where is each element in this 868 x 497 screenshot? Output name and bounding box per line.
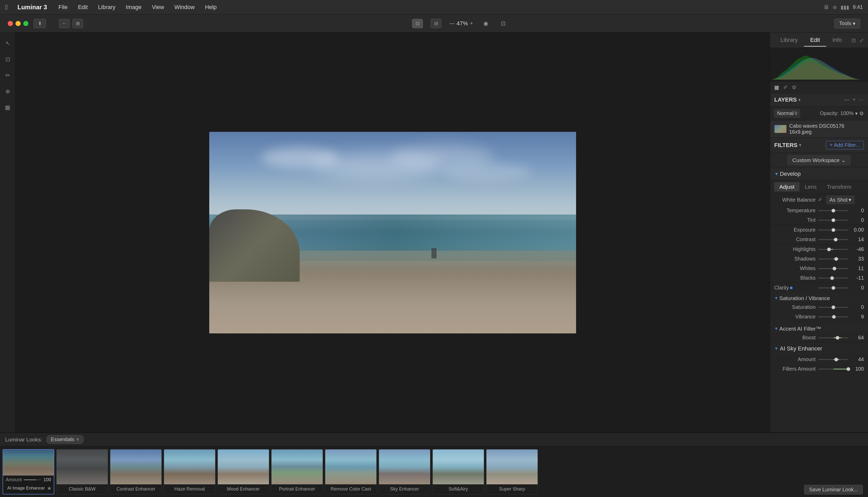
workspace-button[interactable]: Custom Workspace ⌄ bbox=[787, 155, 851, 165]
highlights-slider[interactable] bbox=[818, 247, 848, 252]
vibrance-slider[interactable] bbox=[818, 314, 848, 320]
star-icon[interactable]: ★ bbox=[47, 485, 52, 491]
tools-button[interactable]: Tools ▾ bbox=[834, 19, 860, 28]
crop-tool[interactable]: ⊡ bbox=[2, 54, 13, 65]
menu-library[interactable]: Library bbox=[97, 3, 117, 12]
filters-amount-row: Filters Amount 100 bbox=[770, 364, 868, 374]
whites-thumb[interactable] bbox=[833, 267, 836, 270]
film-item-color-cast[interactable]: Remove Color Cast bbox=[325, 449, 377, 494]
menu-image[interactable]: Image bbox=[124, 3, 143, 12]
tab-info[interactable]: Info bbox=[826, 34, 848, 46]
filters-amount-thumb[interactable] bbox=[847, 367, 850, 371]
compare-button[interactable]: ⊡ bbox=[498, 19, 508, 28]
contrast-slider[interactable] bbox=[818, 237, 848, 242]
grid-view-button[interactable]: ⊞ bbox=[72, 19, 83, 28]
blend-mode-selector[interactable]: Normal ◊ bbox=[774, 109, 800, 118]
wb-picker-icon[interactable]: ✐ bbox=[818, 197, 822, 203]
develop-header[interactable]: ▼ Develop bbox=[770, 168, 868, 180]
opacity-arrow[interactable]: ▾ bbox=[855, 110, 858, 116]
layers-settings[interactable]: ⚙ bbox=[859, 110, 864, 116]
blacks-slider[interactable] bbox=[818, 275, 848, 281]
layer-item[interactable]: Cabo waves DSC05176 16x9.jpeg bbox=[770, 120, 868, 138]
back-button[interactable]: ← bbox=[59, 19, 70, 28]
amount-track[interactable] bbox=[24, 480, 41, 480]
export-button[interactable]: ⬆ bbox=[33, 19, 46, 28]
close-button[interactable] bbox=[8, 21, 13, 26]
add-filter-button[interactable]: + Add Filter... bbox=[826, 141, 864, 150]
tab-edit[interactable]: Edit bbox=[804, 34, 826, 46]
filters-amount-slider[interactable] bbox=[818, 367, 848, 372]
vibrance-thumb[interactable] bbox=[832, 315, 836, 319]
layers-minus[interactable]: — bbox=[844, 97, 849, 103]
view-mode-button[interactable]: ⊟ bbox=[431, 19, 442, 28]
film-item-haze[interactable]: Haze Removal bbox=[164, 449, 215, 494]
essentials-close[interactable]: ✕ bbox=[76, 437, 79, 442]
layers-more[interactable]: ⋯ bbox=[859, 97, 864, 103]
boost-slider[interactable] bbox=[818, 335, 848, 340]
wb-selector[interactable]: As Shot ▾ bbox=[826, 196, 855, 204]
eye-button[interactable]: ◉ bbox=[481, 19, 491, 28]
minimize-button[interactable] bbox=[15, 21, 21, 26]
clarity-slider[interactable] bbox=[818, 285, 848, 290]
menu-edit[interactable]: Edit bbox=[76, 3, 89, 12]
ai-sky-amount-slider[interactable] bbox=[818, 357, 848, 362]
highlights-thumb[interactable] bbox=[827, 247, 831, 251]
save-look-button[interactable]: Save Luminar Look... bbox=[804, 485, 863, 494]
film-item-sky[interactable]: Sky Enhancer bbox=[379, 449, 430, 494]
vibrance-value: 9 bbox=[851, 314, 864, 320]
exposure-thumb[interactable] bbox=[831, 228, 835, 232]
tint-label: Tint bbox=[774, 217, 815, 223]
tab-lens[interactable]: Lens bbox=[799, 182, 822, 191]
zoom-out-button[interactable]: — bbox=[449, 20, 454, 26]
zoom-in-button[interactable]: + bbox=[470, 20, 473, 26]
tint-thumb[interactable] bbox=[831, 218, 835, 222]
tab-transform[interactable]: Transform bbox=[822, 182, 857, 191]
histogram-icon[interactable]: ▦ bbox=[774, 84, 779, 90]
saturation-thumb[interactable] bbox=[831, 306, 835, 309]
settings-icon[interactable]: ⚙ bbox=[792, 84, 796, 90]
film-item-portrait[interactable]: Portrait Enhancer bbox=[271, 449, 323, 494]
exposure-slider[interactable] bbox=[818, 227, 848, 232]
ai-sky-header[interactable]: ▼ AI Sky Enhancer bbox=[770, 342, 868, 355]
shadows-slider[interactable] bbox=[818, 256, 848, 261]
menu-window[interactable]: Window bbox=[173, 3, 196, 12]
brush-tool[interactable]: ✏ bbox=[2, 70, 13, 81]
blacks-thumb[interactable] bbox=[830, 276, 834, 280]
expand-icon[interactable]: ⤢ bbox=[859, 37, 864, 43]
crop-button[interactable]: ⊡ bbox=[412, 19, 423, 28]
saturation-slider[interactable] bbox=[818, 305, 848, 310]
eyedropper-icon[interactable]: ✐ bbox=[783, 84, 788, 90]
filmstrip-scroll[interactable]: Amount 100 AI Image Enhancer ★ Classic B… bbox=[0, 446, 868, 497]
film-item-contrast[interactable]: Contrast Enhancer bbox=[110, 449, 162, 494]
share-icon[interactable]: ⊡ bbox=[852, 37, 856, 43]
tab-adjust[interactable]: Adjust bbox=[774, 182, 799, 191]
menu-help[interactable]: Help bbox=[204, 3, 218, 12]
film-item-mood[interactable]: Mood Enhancer bbox=[218, 449, 269, 494]
clarity-thumb[interactable] bbox=[831, 286, 835, 290]
essentials-button[interactable]: Essentials ✕ bbox=[46, 435, 84, 444]
tint-slider[interactable] bbox=[818, 218, 848, 223]
ai-sky-amount-thumb[interactable] bbox=[835, 358, 838, 361]
film-item-soft-airy[interactable]: Soft&Airy bbox=[432, 449, 484, 494]
shadows-thumb[interactable] bbox=[835, 257, 838, 261]
film-item-classic-bw[interactable]: Classic B&W bbox=[56, 449, 108, 494]
stamp-tool[interactable]: ⊕ bbox=[2, 86, 13, 97]
film-item-ai-enhancer[interactable]: Amount 100 AI Image Enhancer ★ bbox=[3, 449, 54, 494]
gradient-tool[interactable]: ▦ bbox=[2, 102, 13, 113]
temperature-thumb[interactable] bbox=[831, 209, 835, 212]
move-tool[interactable]: ↖ bbox=[2, 38, 13, 49]
contrast-thumb[interactable] bbox=[834, 238, 838, 241]
accent-section-header[interactable]: ▼ Accent AI Filter™ bbox=[770, 323, 868, 333]
layers-plus[interactable]: + bbox=[853, 97, 856, 103]
layers-section-header[interactable]: LAYERS ▾ — + ⋯ bbox=[770, 93, 868, 106]
boost-thumb[interactable] bbox=[836, 336, 839, 340]
temperature-slider[interactable] bbox=[818, 208, 848, 213]
menu-view[interactable]: View bbox=[150, 3, 165, 12]
whites-slider[interactable] bbox=[818, 266, 848, 271]
tab-library[interactable]: Library bbox=[774, 34, 804, 46]
maximize-button[interactable] bbox=[23, 21, 28, 26]
menu-file[interactable]: File bbox=[57, 3, 69, 12]
saturation-section-header[interactable]: ▼ Saturation / Vibrance bbox=[770, 293, 868, 302]
exposure-value: 0.00 bbox=[851, 227, 864, 233]
film-item-super-sharp[interactable]: Super Sharp bbox=[486, 449, 538, 494]
